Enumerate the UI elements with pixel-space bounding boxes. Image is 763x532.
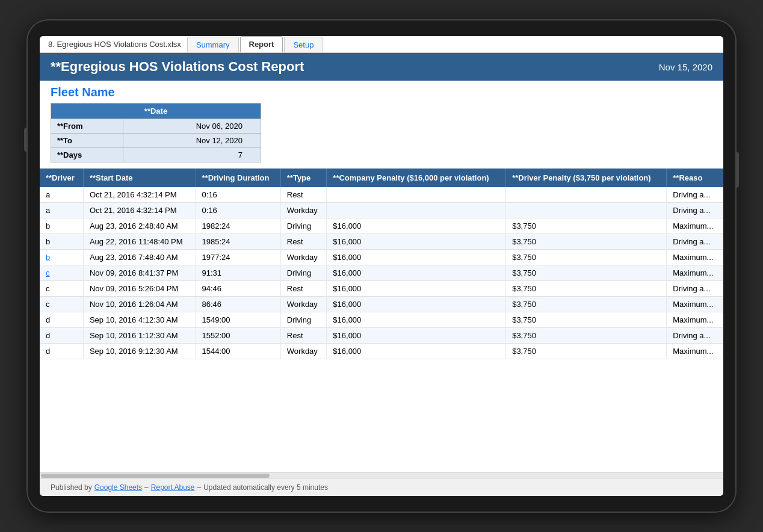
- footer-sep2: –: [197, 483, 202, 492]
- cell-type: Driving: [280, 312, 327, 328]
- cell-reason: Driving a...: [667, 187, 723, 203]
- cell-reason: Maximum...: [667, 344, 723, 359]
- tab-bar: 8. Egregious HOS Violations Cost.xlsx Su…: [40, 36, 723, 53]
- report-header: **Egregious HOS Violations Cost Report N…: [40, 53, 723, 81]
- tablet-screen: 8. Egregious HOS Violations Cost.xlsx Su…: [40, 36, 723, 496]
- cell-company-penalty: $16,000: [327, 328, 506, 344]
- table-row: cNov 10, 2016 1:26:04 AM86:46Workday$16,…: [40, 297, 723, 312]
- table-row: bAug 22, 2016 11:48:40 PM1985:24Rest$16,…: [40, 234, 723, 250]
- left-button[interactable]: [24, 128, 28, 152]
- fleet-name: Fleet Name: [40, 81, 723, 103]
- cell-company-penalty: $16,000: [327, 297, 506, 312]
- cell-company-penalty: [327, 187, 506, 203]
- google-sheets-link[interactable]: Google Sheets: [94, 483, 142, 492]
- cell-company-penalty: $16,000: [327, 218, 506, 234]
- table-row: cNov 09, 2016 8:41:37 PM91:31Driving$16,…: [40, 265, 723, 281]
- cell-duration: 0:16: [196, 187, 280, 203]
- cell-driver-penalty: $3,750: [506, 328, 667, 344]
- tab-summary[interactable]: Summary: [187, 37, 239, 52]
- cell-company-penalty: $16,000: [327, 234, 506, 250]
- footer-sep1: –: [144, 483, 149, 492]
- cell-duration: 91:31: [196, 265, 280, 281]
- table-row: dSep 10, 2016 1:12:30 AM1552:00Rest$16,0…: [40, 328, 723, 344]
- cell-company-penalty: $16,000: [327, 344, 506, 359]
- date-days-row: **Days 7: [51, 148, 261, 162]
- cell-duration: 1977:24: [196, 250, 280, 265]
- col-start-date: **Start Date: [83, 169, 196, 187]
- cell-start-date: Sep 10, 2016 1:12:30 AM: [83, 328, 196, 344]
- days-label: **Days: [51, 148, 123, 162]
- cell-reason: Maximum...: [667, 297, 723, 312]
- cell-driver: a: [40, 187, 83, 203]
- col-driving-duration: **Driving Duration: [196, 169, 280, 187]
- cell-type: Driving: [280, 218, 327, 234]
- cell-duration: 1552:00: [196, 328, 280, 344]
- cell-duration: 1982:24: [196, 218, 280, 234]
- cell-driver: b: [40, 234, 83, 250]
- cell-duration: 1985:24: [196, 234, 280, 250]
- tab-setup[interactable]: Setup: [284, 37, 323, 52]
- cell-type: Rest: [280, 281, 327, 297]
- cell-reason: Driving a...: [667, 328, 723, 344]
- report-date: Nov 15, 2020: [659, 62, 712, 72]
- date-from-row: **From Nov 06, 2020: [51, 119, 261, 134]
- cell-company-penalty: $16,000: [327, 312, 506, 328]
- tablet-frame: 8. Egregious HOS Violations Cost.xlsx Su…: [26, 19, 737, 513]
- table-header-row: **Driver **Start Date **Driving Duration…: [40, 169, 723, 187]
- cell-driver: b: [40, 218, 83, 234]
- cell-start-date: Nov 09, 2016 8:41:37 PM: [83, 265, 196, 281]
- col-driver-penalty: **Driver Penalty ($3,750 per violation): [506, 169, 667, 187]
- from-label: **From: [51, 119, 123, 134]
- scrollbar-thumb[interactable]: [41, 474, 270, 478]
- cell-type: Rest: [280, 187, 327, 203]
- cell-driver-penalty: $3,750: [506, 344, 667, 359]
- cell-start-date: Oct 21, 2016 4:32:14 PM: [83, 203, 196, 218]
- col-driver: **Driver: [40, 169, 83, 187]
- cell-start-date: Aug 23, 2016 2:48:40 AM: [83, 218, 196, 234]
- cell-start-date: Aug 23, 2016 7:48:40 AM: [83, 250, 196, 265]
- cell-reason: Maximum...: [667, 218, 723, 234]
- cell-driver-penalty: $3,750: [506, 218, 667, 234]
- cell-driver[interactable]: c: [40, 265, 83, 281]
- horizontal-scrollbar[interactable]: [40, 472, 723, 478]
- cell-duration: 94:46: [196, 281, 280, 297]
- table-row: dSep 10, 2016 9:12:30 AM1544:00Workday$1…: [40, 344, 723, 359]
- main-table-wrap[interactable]: **Driver **Start Date **Driving Duration…: [40, 169, 723, 472]
- cell-reason: Driving a...: [667, 234, 723, 250]
- cell-driver[interactable]: b: [40, 250, 83, 265]
- tab-report[interactable]: Report: [240, 36, 283, 52]
- cell-start-date: Nov 10, 2016 1:26:04 AM: [83, 297, 196, 312]
- report-title: **Egregious HOS Violations Cost Report: [51, 59, 304, 75]
- cell-type: Workday: [280, 203, 327, 218]
- cell-driver: d: [40, 312, 83, 328]
- cell-driver-penalty: $3,750: [506, 281, 667, 297]
- cell-reason: Maximum...: [667, 312, 723, 328]
- file-title: 8. Egregious HOS Violations Cost.xlsx: [46, 36, 187, 52]
- cell-type: Rest: [280, 234, 327, 250]
- auto-update-text: Updated automatically every 5 minutes: [203, 483, 328, 492]
- cell-company-penalty: $16,000: [327, 265, 506, 281]
- cell-driver-penalty: [506, 203, 667, 218]
- side-button[interactable]: [735, 152, 739, 188]
- cell-start-date: Sep 10, 2016 9:12:30 AM: [83, 344, 196, 359]
- cell-driver-penalty: $3,750: [506, 234, 667, 250]
- cell-start-date: Aug 22, 2016 11:48:40 PM: [83, 234, 196, 250]
- cell-reason: Maximum...: [667, 250, 723, 265]
- date-header-cell: **Date: [51, 104, 261, 119]
- main-table: **Driver **Start Date **Driving Duration…: [40, 169, 723, 359]
- to-value: Nov 12, 2020: [123, 134, 261, 148]
- days-value: 7: [123, 148, 261, 162]
- table-row: cNov 09, 2016 5:26:04 PM94:46Rest$16,000…: [40, 281, 723, 297]
- cell-driver-penalty: $3,750: [506, 312, 667, 328]
- cell-duration: 86:46: [196, 297, 280, 312]
- cell-driver-penalty: $3,750: [506, 265, 667, 281]
- col-company-penalty: **Company Penalty ($16,000 per violation…: [327, 169, 506, 187]
- date-table: **Date **From Nov 06, 2020 **To Nov 12, …: [51, 103, 261, 162]
- date-table-header-row: **Date: [51, 104, 261, 119]
- cell-start-date: Nov 09, 2016 5:26:04 PM: [83, 281, 196, 297]
- cell-duration: 0:16: [196, 203, 280, 218]
- cell-driver: a: [40, 203, 83, 218]
- report-abuse-link[interactable]: Report Abuse: [151, 483, 195, 492]
- cell-type: Rest: [280, 328, 327, 344]
- cell-type: Workday: [280, 297, 327, 312]
